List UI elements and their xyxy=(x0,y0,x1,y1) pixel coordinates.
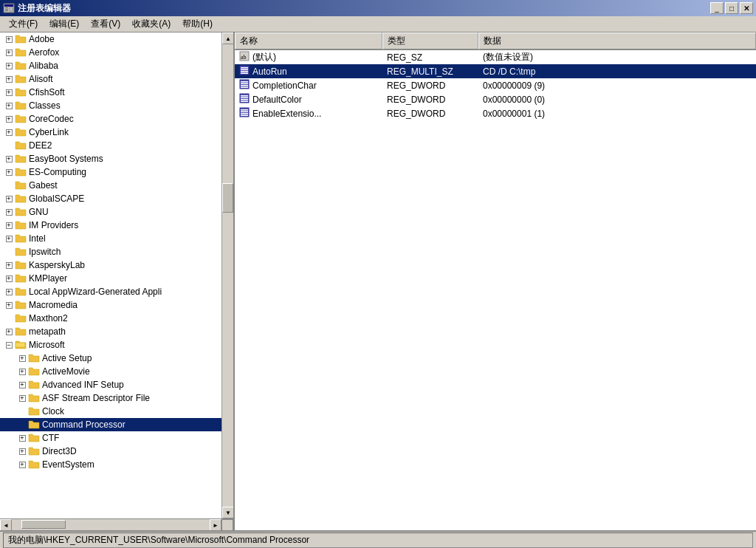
expander-ctf[interactable]: + xyxy=(16,432,28,444)
tree-item-maxthon2[interactable]: Maxthon2 xyxy=(0,312,221,325)
tree-item-advanced_inf[interactable]: +Advanced INF Setup xyxy=(0,378,221,391)
tree-item-command_processor[interactable]: Command Processor xyxy=(0,418,221,431)
expander-box-macromedia[interactable]: + xyxy=(6,302,13,309)
expander-box-activemovie[interactable]: + xyxy=(19,369,26,375)
expander-box-cyberlink[interactable]: + xyxy=(6,129,13,136)
expander-box-cfishsoft[interactable]: + xyxy=(6,89,13,96)
expander-box-eventsystem[interactable]: + xyxy=(19,462,26,468)
tree-item-activemovie[interactable]: +ActiveMovie xyxy=(0,365,221,378)
scroll-down-button[interactable]: ▼ xyxy=(222,507,234,518)
expander-box-microsoft[interactable]: − xyxy=(6,342,13,349)
expander-intel[interactable]: + xyxy=(3,233,15,244)
tree-item-improviders[interactable]: +IM Providers xyxy=(0,219,221,232)
expander-classes[interactable]: + xyxy=(3,100,15,112)
col-header-type[interactable]: 类型 xyxy=(382,32,478,49)
expander-aerofox[interactable]: + xyxy=(3,47,15,58)
scroll-track[interactable] xyxy=(222,44,233,507)
tree-item-ctf[interactable]: +CTF xyxy=(0,431,221,445)
tree-item-kmplayer[interactable]: +KMPlayer xyxy=(0,272,221,285)
expander-metapath[interactable]: + xyxy=(3,326,15,338)
tree-item-macromedia[interactable]: +Macromedia xyxy=(0,298,221,312)
registry-table[interactable]: ab(默认)REG_SZ(数值未设置)AutoRunREG_MULTI_SZCD… xyxy=(235,50,756,530)
scroll-thumb[interactable] xyxy=(222,183,233,213)
tree-item-cfishsoft[interactable]: +CfishSoft xyxy=(0,86,221,99)
expander-box-asf_stream[interactable]: + xyxy=(19,395,26,402)
expander-adobe[interactable]: + xyxy=(3,33,15,45)
menu-file[interactable]: 文件(F) xyxy=(3,16,44,32)
minimize-button[interactable]: _ xyxy=(710,2,724,14)
expander-box-intel[interactable]: + xyxy=(6,236,13,242)
table-row-completionchar[interactable]: CompletionCharREG_DWORD0x00000009 (9) xyxy=(235,78,756,92)
menu-view[interactable]: 查看(V) xyxy=(85,16,126,32)
expander-box-aerofox[interactable]: + xyxy=(6,49,13,56)
scroll-right-button[interactable]: ► xyxy=(210,519,221,530)
expander-advanced_inf[interactable]: + xyxy=(16,379,28,391)
table-row-enableext[interactable]: EnableExtensio...REG_DWORD0x00000001 (1) xyxy=(235,106,756,120)
expander-box-improviders[interactable]: + xyxy=(6,222,13,229)
expander-corecodec[interactable]: + xyxy=(3,113,15,125)
tree-item-gnu[interactable]: +GNU xyxy=(0,205,221,219)
tree-item-gabest[interactable]: Gabest xyxy=(0,179,221,192)
col-header-data[interactable]: 数据 xyxy=(478,32,756,49)
h-thumb[interactable] xyxy=(21,520,66,529)
expander-box-direct3d[interactable]: + xyxy=(19,448,26,455)
tree-vertical-scrollbar[interactable]: ▲ ▼ xyxy=(221,32,233,518)
tree-item-microsoft[interactable]: −Microsoft xyxy=(0,338,221,352)
expander-active_setup[interactable]: + xyxy=(16,352,28,364)
expander-kaspersky[interactable]: + xyxy=(3,259,15,271)
tree-item-dee2[interactable]: DEE2 xyxy=(0,139,221,152)
expander-easyboot[interactable]: + xyxy=(3,153,15,165)
scroll-up-button[interactable]: ▲ xyxy=(222,32,234,44)
h-scrollbar-track[interactable]: ◄ ► xyxy=(0,519,221,530)
expander-cfishsoft[interactable]: + xyxy=(3,86,15,98)
table-row-defaultcolor[interactable]: DefaultColorREG_DWORD0x00000000 (0) xyxy=(235,92,756,106)
menu-help[interactable]: 帮助(H) xyxy=(176,16,219,32)
table-row-default[interactable]: ab(默认)REG_SZ(数值未设置) xyxy=(235,50,756,64)
expander-alibaba[interactable]: + xyxy=(3,60,15,72)
expander-escomputing[interactable]: + xyxy=(3,166,15,178)
menu-edit[interactable]: 编辑(E) xyxy=(44,16,85,32)
expander-box-ctf[interactable]: + xyxy=(19,435,26,442)
menu-favorites[interactable]: 收藏夹(A) xyxy=(126,16,176,32)
close-button[interactable]: ✕ xyxy=(740,2,753,14)
tree-item-aerofox[interactable]: +Aerofox xyxy=(0,46,221,59)
expander-asf_stream[interactable]: + xyxy=(16,392,28,404)
tree-item-metapath[interactable]: +metapath xyxy=(0,325,221,338)
expander-box-corecodec[interactable]: + xyxy=(6,116,13,123)
expander-gnu[interactable]: + xyxy=(3,206,15,218)
expander-box-localapp[interactable]: + xyxy=(6,289,13,295)
expander-box-classes[interactable]: + xyxy=(6,103,13,109)
tree-item-intel[interactable]: +Intel xyxy=(0,232,221,245)
tree-item-asf_stream[interactable]: +ASF Stream Descriptor File xyxy=(0,391,221,405)
expander-box-advanced_inf[interactable]: + xyxy=(19,382,26,388)
expander-box-gnu[interactable]: + xyxy=(6,209,13,216)
expander-box-metapath[interactable]: + xyxy=(6,329,13,335)
tree-item-adobe[interactable]: +Adobe xyxy=(0,32,221,46)
tree-item-alisoft[interactable]: +Alisoft xyxy=(0,72,221,86)
expander-direct3d[interactable]: + xyxy=(16,445,28,457)
expander-improviders[interactable]: + xyxy=(3,219,15,231)
expander-box-alibaba[interactable]: + xyxy=(6,63,13,69)
col-header-name[interactable]: 名称 xyxy=(235,32,382,49)
expander-box-kaspersky[interactable]: + xyxy=(6,262,13,269)
expander-cyberlink[interactable]: + xyxy=(3,126,15,138)
expander-globalscape[interactable]: + xyxy=(3,193,15,205)
expander-box-adobe[interactable]: + xyxy=(6,36,13,43)
tree-item-cyberlink[interactable]: +CyberLink xyxy=(0,126,221,139)
expander-box-easyboot[interactable]: + xyxy=(6,156,13,162)
tree-item-alibaba[interactable]: +Alibaba xyxy=(0,59,221,72)
tree-item-eventsystem[interactable]: +EventSystem xyxy=(0,458,221,471)
tree-item-direct3d[interactable]: +Direct3D xyxy=(0,445,221,458)
expander-macromedia[interactable]: + xyxy=(3,299,15,311)
tree-item-kaspersky[interactable]: +KasperskyLab xyxy=(0,258,221,272)
tree-scroll[interactable]: +Adobe+Aerofox+Alibaba+Alisoft+CfishSoft… xyxy=(0,32,221,518)
maximize-button[interactable]: □ xyxy=(725,2,738,14)
tree-item-active_setup[interactable]: +Active Setup xyxy=(0,352,221,365)
tree-item-globalscape[interactable]: +GlobalSCAPE xyxy=(0,192,221,205)
h-track[interactable] xyxy=(12,519,210,530)
expander-microsoft[interactable]: − xyxy=(3,339,15,351)
expander-box-escomputing[interactable]: + xyxy=(6,169,13,176)
expander-kmplayer[interactable]: + xyxy=(3,273,15,284)
tree-item-localapp[interactable]: +Local AppWizard-Generated Appli xyxy=(0,285,221,298)
expander-eventsystem[interactable]: + xyxy=(16,459,28,470)
